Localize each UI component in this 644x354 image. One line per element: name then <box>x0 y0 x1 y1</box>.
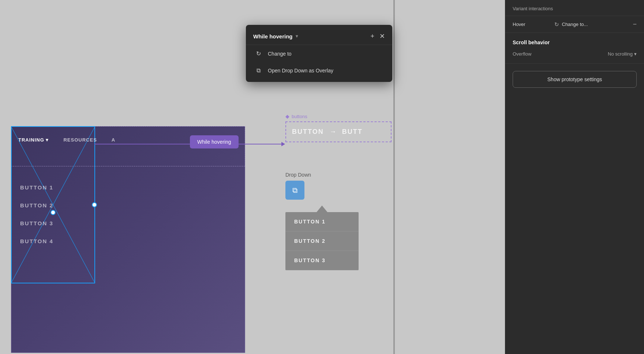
chevron-down-icon: ▾ <box>634 51 637 57</box>
scroll-behavior-section: Scroll behavior Overflow No scrolling ▾ <box>505 33 644 64</box>
buttons-component[interactable]: ◆ buttons BUTTON → BUTT <box>285 113 392 142</box>
button-text-1: BUTTON <box>292 128 324 136</box>
overflow-label: Overflow <box>513 51 531 57</box>
dropdown-icon-box[interactable]: ⧉ <box>285 181 304 200</box>
variant-interactions-label: Variant interactions <box>513 6 637 11</box>
gray-button-3: BUTTON 3 <box>285 251 359 270</box>
panel-divider <box>393 0 395 354</box>
overflow-row: Overflow No scrolling ▾ <box>513 51 637 57</box>
overlay-icon: ⧉ <box>292 186 297 195</box>
button-list-item-1: BUTTON 1 <box>20 179 53 196</box>
arrow-connection-line <box>94 144 285 144</box>
show-prototype-settings-button[interactable]: Show prototype settings <box>513 71 637 88</box>
nav-item-training[interactable]: TRAINING ▾ <box>18 137 49 143</box>
popup-header: While hovering ▾ + ✕ <box>246 28 392 45</box>
change-to-icon: ↻ <box>554 21 559 28</box>
change-to-row: ↻ Change to... <box>554 21 629 28</box>
dropdown-component: Drop Down ⧉ <box>285 172 311 200</box>
change-to-menu-label: Change to <box>268 51 292 57</box>
popup-item-open-overlay[interactable]: ⧉ Open Drop Down as Overlay <box>246 62 392 79</box>
panel-top-section: Variant interactions <box>505 0 644 16</box>
hover-trigger-label: Hover <box>513 22 550 27</box>
popup-add-button[interactable]: + <box>370 33 374 39</box>
scroll-behavior-title: Scroll behavior <box>513 39 637 45</box>
popup-item-change-to[interactable]: ↻ Change to <box>246 45 392 62</box>
arrow-right-icon: → <box>330 128 336 136</box>
overlay-menu-icon: ⧉ <box>255 67 262 74</box>
gray-button-1: BUTTON 1 <box>285 212 359 231</box>
hover-interaction-row[interactable]: Hover ↻ Change to... − <box>505 16 644 33</box>
popup-title: While hovering ▾ <box>253 33 366 39</box>
button-text-2: BUTT <box>342 128 363 136</box>
buttons-dashed-box: BUTTON → BUTT <box>285 121 392 142</box>
diamond-icon: ◆ <box>285 113 289 119</box>
popup-chevron-icon[interactable]: ▾ <box>296 34 298 39</box>
remove-interaction-button[interactable]: − <box>633 20 637 28</box>
dropdown-label: Drop Down <box>285 172 311 178</box>
gray-button-list: BUTTON 1 BUTTON 2 BUTTON 3 <box>285 212 359 270</box>
popup-close-button[interactable]: ✕ <box>379 33 385 39</box>
button-list-item-4: BUTTON 4 <box>20 233 53 249</box>
popup-menu: While hovering ▾ + ✕ ↻ Change to ⧉ Open … <box>246 25 392 82</box>
button-list-item-2: BUTTON 2 <box>20 197 53 214</box>
hover-bubble[interactable]: While hovering <box>190 135 239 148</box>
overflow-value-dropdown[interactable]: No scrolling ▾ <box>608 51 637 57</box>
nav-item-a[interactable]: A <box>112 137 115 143</box>
nav-bar: TRAINING ▾ RESOURCES A <box>11 137 123 143</box>
nav-item-resources[interactable]: RESOURCES <box>63 137 97 143</box>
open-overlay-menu-label: Open Drop Down as Overlay <box>268 68 333 74</box>
button-list-item-3: BUTTON 3 <box>20 215 53 231</box>
change-to-menu-icon: ↻ <box>255 50 262 57</box>
connection-point-right[interactable] <box>92 202 97 207</box>
button-list: BUTTON 1 BUTTON 2 BUTTON 3 BUTTON 4 <box>20 179 53 249</box>
change-to-text: Change to... <box>562 22 629 27</box>
popup-actions: + ✕ <box>370 33 385 39</box>
gray-button-2: BUTTON 2 <box>285 231 359 251</box>
right-panel: Variant interactions Hover ↻ Change to..… <box>505 0 644 354</box>
buttons-component-label: ◆ buttons <box>285 113 392 119</box>
